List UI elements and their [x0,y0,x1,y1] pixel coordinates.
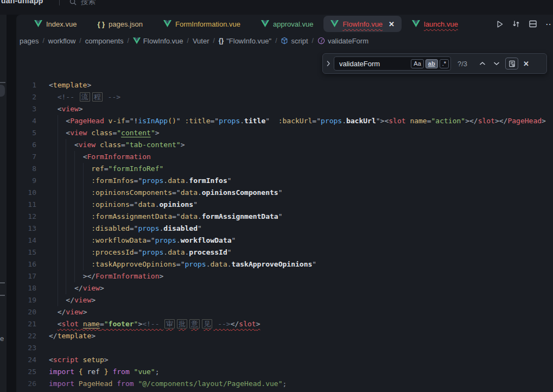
next-match-icon[interactable] [493,61,500,66]
breadcrumb-item-components[interactable]: components [85,37,124,45]
tab-Index.vue[interactable]: Index.vue [24,15,87,33]
breadcrumb-item-pages[interactable]: pages [20,37,39,45]
line-number[interactable]: 13 [16,223,36,235]
line-number[interactable]: 16 [16,258,36,270]
whole-word-toggle[interactable]: ab [425,59,438,68]
line-number[interactable]: 11 [16,199,36,211]
indent-guide [66,151,66,163]
breadcrumb-item-FlowInfo.vue[interactable]: FlowInfo.vue [133,37,183,45]
line-number[interactable]: 4 [16,115,36,127]
breadcrumb-item-script[interactable]: script [281,37,308,45]
previous-match-icon[interactable] [479,61,486,66]
code-line-21[interactable]: 21 <slot name="footer"><!-- 审批意见 --></sl… [16,318,553,330]
line-number[interactable]: 5 [16,127,36,139]
line-number[interactable]: 18 [16,282,36,294]
breadcrumb-label: components [85,37,124,45]
code-token: content [121,129,151,137]
code-line-10[interactable]: 10 :opinionsComponents="data.opinionsCom… [16,187,553,199]
code-line-19[interactable]: 19 </view> [16,294,553,306]
code-line-18[interactable]: 18 </view> [16,282,553,294]
indent-guide [58,211,58,223]
code-token: > [155,129,160,137]
code-line-14[interactable]: 14 :workflowData="props.workflowData" [16,235,553,246]
code-token: :formAssignmentData [91,212,172,220]
line-number[interactable]: 14 [16,235,36,246]
code-line-11[interactable]: 11 :opinions="data.opinions" [16,199,553,211]
line-number[interactable]: 23 [16,342,36,354]
line-number[interactable]: 22 [16,330,36,342]
code-line-23[interactable]: 23 [16,342,553,354]
code-line-13[interactable]: 13 :disabled="props.disabled" [16,223,553,235]
tab-pages.json[interactable]: { }pages.json [87,15,153,33]
code-line-22[interactable]: 22</template> [16,330,553,342]
line-number[interactable]: 6 [16,139,36,151]
breadcrumb-item-Vuter[interactable]: Vuter [193,37,209,45]
code-line-1[interactable]: 1<template> [16,79,553,91]
tab-approval.vue[interactable]: approval.vue [251,15,323,33]
line-number[interactable]: 1 [16,79,36,91]
code-line-24[interactable]: 24<script setup> [16,354,553,366]
code-token: slot [61,320,78,328]
code-line-8[interactable]: 8 ref="formInfoRef" [16,163,553,175]
match-case-toggle[interactable]: Aa [411,59,423,68]
line-number[interactable]: 15 [16,246,36,258]
code-line-20[interactable]: 20 </view> [16,306,553,318]
line-number[interactable]: 21 [16,318,36,330]
breadcrumb-item-FlowInfo.vue[interactable]: {}"FlowInfo.vue" [219,37,271,45]
code-token: FormInformation [96,272,159,280]
code-token: <!-- [58,93,79,101]
line-number[interactable]: 24 [16,354,36,366]
code-line-6[interactable]: 6 <view class="tab-content"> [16,139,553,151]
code-line-4[interactable]: 4 <PageHead v-if="!isInApp()" :title="pr… [16,115,553,127]
line-number[interactable]: 17 [16,270,36,282]
run-icon[interactable] [495,20,504,28]
find-input[interactable] [334,60,411,68]
regex-toggle[interactable]: .* [440,59,449,68]
toggle-replace-icon[interactable] [323,60,334,67]
close-find-icon[interactable]: ✕ [523,60,529,68]
compare-changes-icon[interactable] [512,20,520,28]
line-number[interactable]: 10 [16,187,36,199]
line-number[interactable]: 3 [16,103,36,115]
line-number[interactable]: 20 [16,306,36,318]
sidebar-fragment [0,295,5,296]
tab-bar: Index.vue{ }pages.jsonFormInformation.vu… [16,15,553,33]
code-line-2[interactable]: 2 <!-- 流程 --> [16,91,553,103]
indent-guide [66,270,66,282]
line-number[interactable]: 25 [16,366,36,378]
code-line-25[interactable]: 25import { ref } from "vue"; [16,366,553,378]
code-editor[interactable]: 1<template>2 <!-- 流程 -->3 <view>4 <PageH… [16,48,553,392]
code-line-3[interactable]: 3 <view> [16,103,553,115]
line-number[interactable]: 9 [16,175,36,187]
line-number[interactable]: 26 [16,378,36,390]
breadcrumb-item-validateForm[interactable]: fvalidateForm [317,37,368,45]
close-tab-icon[interactable]: ✕ [389,20,395,28]
code-line-26[interactable]: 26import PageHead from "@/components/lay… [16,378,553,390]
line-number[interactable]: 7 [16,151,36,163]
split-editor-icon[interactable] [529,20,537,28]
code-line-15[interactable]: 15 :processId="props.data.processId" [16,246,553,258]
line-number[interactable]: 2 [16,91,36,103]
code-line-16[interactable]: 16 :taskApproveOpinions="props.data.task… [16,258,553,270]
code-token: =" [172,212,181,220]
global-search[interactable]: 搜索 [69,0,96,7]
code-token: :backUrl [278,117,313,125]
code-token: ></ [83,272,96,280]
code-line-9[interactable]: 9 :formInfos="props.data.formInfos" [16,175,553,187]
line-number[interactable]: 8 [16,163,36,175]
code-line-17[interactable]: 17 ></FormInformation> [16,270,553,282]
find-in-selection-icon[interactable] [505,58,518,69]
code-line-5[interactable]: 5 <view class="content"> [16,127,553,139]
code-line-12[interactable]: 12 :formAssignmentData="data.formAssignm… [16,211,553,223]
code-token: ; [155,368,160,376]
tab-FlowInfo.vue[interactable]: FlowInfo.vue✕ [323,16,402,32]
breadcrumb-item-workflow[interactable]: workflow [48,37,76,45]
code-token: :opinionsComponents [91,188,172,197]
tab-FormInformation.vue[interactable]: FormInformation.vue [153,15,251,33]
line-number[interactable]: 19 [16,294,36,306]
code-line-7[interactable]: 7 <FormInformation [16,151,553,163]
more-actions-icon[interactable]: ⋯ [545,19,552,29]
line-number[interactable]: 12 [16,211,36,223]
code-token: opinions [160,200,194,208]
tab-launch.vue[interactable]: launch.vue [402,15,468,33]
